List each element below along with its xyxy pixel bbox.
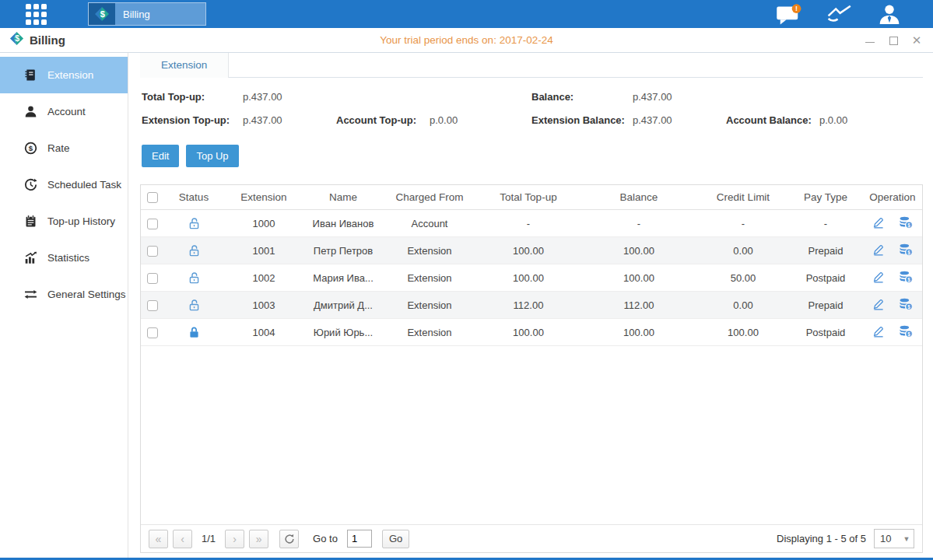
row-checkbox[interactable]	[147, 273, 158, 284]
sidebar-item-account[interactable]: Account	[0, 93, 128, 130]
svg-text:$: $	[907, 250, 910, 256]
billing-dollar-diamond-icon: $	[9, 31, 24, 49]
next-page-button[interactable]: ›	[225, 530, 244, 548]
cell-balance: 112.00	[580, 292, 698, 319]
account-icon	[23, 105, 37, 119]
row-checkbox[interactable]	[147, 300, 158, 311]
sidebar-item-label: Statistics	[47, 252, 89, 264]
row-checkbox[interactable]	[147, 219, 158, 229]
top-up-row-icon[interactable]: $	[899, 298, 913, 313]
edit-button[interactable]: Edit	[142, 145, 179, 167]
cell-pay-type: -	[788, 210, 863, 237]
svg-text:$: $	[907, 277, 910, 283]
sidebar-item-label: Account	[47, 106, 86, 117]
close-icon[interactable]: ✕	[911, 36, 922, 45]
extension-topup-label: Extension Top-up:	[142, 114, 243, 126]
cell-total-topup: 100.00	[477, 237, 580, 264]
svg-text:$: $	[907, 222, 910, 229]
cell-balance: 100.00	[580, 319, 698, 346]
lock-status-icon	[188, 326, 201, 338]
sidebar-item-general-settings[interactable]: General Settings	[0, 276, 128, 313]
tab-extension[interactable]: Extension	[140, 53, 229, 78]
top-up-row-icon[interactable]: $	[899, 243, 913, 258]
col-total-topup: Total Top-up	[477, 185, 580, 210]
statistics-icon	[23, 251, 37, 265]
table-header-row: Status Extension Name Charged From Total…	[141, 185, 922, 210]
minimize-icon[interactable]	[865, 36, 875, 45]
refresh-button[interactable]	[279, 530, 299, 548]
col-pay-type: Pay Type	[788, 185, 863, 210]
go-button[interactable]: Go	[382, 530, 409, 548]
select-all-checkbox[interactable]	[147, 192, 158, 203]
balance-label: Balance:	[531, 91, 633, 103]
cell-balance: 100.00	[580, 237, 698, 264]
table-row: 1004 Юрий Юрь... Extension 100.00 100.00…	[141, 319, 922, 346]
first-page-button[interactable]: «	[149, 530, 168, 548]
maximize-icon[interactable]	[888, 36, 899, 45]
lock-status-icon	[188, 299, 201, 310]
svg-text:$: $	[15, 34, 19, 43]
cell-credit-limit: 50.00	[698, 264, 788, 292]
sidebar-item-scheduled-task[interactable]: Scheduled Task	[0, 166, 128, 203]
cell-charged-from: Account	[382, 210, 477, 237]
sidebar-item-label: Top-up History	[47, 215, 115, 227]
top-up-button[interactable]: Top Up	[186, 145, 238, 167]
sidebar-item-statistics[interactable]: Statistics	[0, 240, 128, 276]
table-row: 1001 Петр Петров Extension 100.00 100.00…	[141, 237, 922, 264]
window-title: Billing	[30, 33, 65, 47]
app-launcher-icon[interactable]	[26, 4, 57, 24]
cell-credit-limit: 100.00	[698, 319, 788, 346]
sidebar: Extension Account $ Rate	[0, 53, 128, 558]
cell-extension: 1004	[223, 319, 304, 346]
notifications-icon[interactable]: !	[776, 4, 802, 25]
edit-row-icon[interactable]	[872, 271, 885, 285]
col-operation: Operation	[863, 185, 922, 210]
col-balance: Balance	[580, 185, 698, 210]
col-status: Status	[164, 185, 223, 210]
edit-row-icon[interactable]	[872, 325, 885, 340]
prev-page-button[interactable]: ‹	[173, 530, 192, 548]
total-topup-value: p.437.00	[243, 91, 327, 103]
cell-name: Юрий Юрь...	[304, 319, 382, 346]
cell-extension: 1003	[223, 292, 304, 319]
cell-name: Петр Петров	[304, 237, 382, 264]
general-settings-icon	[23, 288, 37, 302]
extension-topup-value: p.437.00	[243, 114, 327, 126]
cell-pay-type: Postpaid	[788, 319, 863, 346]
col-credit-limit: Credit Limit	[698, 185, 788, 210]
top-up-row-icon[interactable]: $	[899, 325, 913, 340]
tab-strip: Extension	[140, 53, 923, 78]
cell-name: Мария Ива...	[304, 264, 382, 292]
sidebar-item-top-up-history[interactable]: Top-up History	[0, 203, 128, 240]
svg-text:!: !	[795, 5, 798, 12]
top-up-history-icon	[23, 215, 37, 229]
sidebar-item-extension[interactable]: Extension	[0, 57, 128, 93]
goto-page-input[interactable]	[347, 530, 372, 548]
account-topup-label: Account Top-up:	[336, 114, 430, 126]
page-size-select[interactable]: 10 ▼	[874, 529, 914, 548]
last-page-button[interactable]: »	[249, 530, 268, 548]
row-checkbox[interactable]	[147, 327, 158, 338]
table-row: 1000 Иван Иванов Account - - - - $	[141, 210, 922, 237]
displaying-text: Displaying 1 - 5 of 5	[777, 533, 866, 544]
cell-charged-from: Extension	[382, 264, 477, 292]
top-up-row-icon[interactable]: $	[899, 271, 913, 285]
pagination-bar: « ‹ 1/1 › » Go to Go Di	[141, 524, 922, 552]
chevron-down-icon: ▼	[900, 535, 914, 543]
lock-status-icon	[188, 244, 201, 256]
user-account-icon[interactable]	[877, 4, 902, 24]
sidebar-item-rate[interactable]: $ Rate	[0, 130, 128, 166]
col-extension: Extension	[223, 185, 304, 210]
reports-chart-icon[interactable]	[826, 5, 854, 23]
cell-name: Иван Иванов	[304, 210, 382, 237]
top-up-row-icon[interactable]: $	[899, 216, 913, 231]
edit-row-icon[interactable]	[872, 216, 885, 231]
account-topup-value: p.0.00	[430, 114, 514, 126]
total-topup-label: Total Top-up:	[142, 91, 243, 103]
edit-row-icon[interactable]	[872, 243, 885, 258]
sidebar-item-label: Extension	[47, 69, 93, 81]
edit-row-icon[interactable]	[872, 298, 885, 313]
row-checkbox[interactable]	[147, 246, 158, 257]
topbar-billing-tab[interactable]: $ Billing	[88, 2, 206, 26]
cell-extension: 1002	[223, 264, 304, 292]
